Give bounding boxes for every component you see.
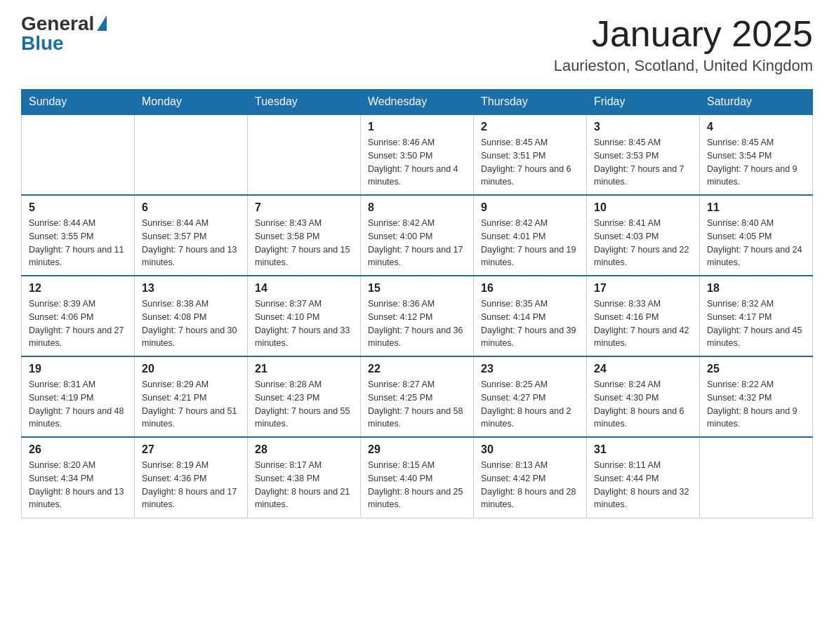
- day-number: 1: [368, 121, 466, 133]
- day-info: Sunrise: 8:41 AM Sunset: 4:03 PM Dayligh…: [594, 217, 692, 269]
- day-number: 14: [255, 282, 353, 295]
- day-number: 19: [29, 363, 127, 375]
- day-number: 7: [255, 201, 353, 214]
- logo-triangle-icon: [97, 15, 107, 31]
- calendar-cell: 8Sunrise: 8:42 AM Sunset: 4:00 PM Daylig…: [361, 195, 474, 276]
- calendar-cell: 24Sunrise: 8:24 AM Sunset: 4:30 PM Dayli…: [587, 356, 700, 437]
- day-number: 8: [368, 201, 466, 214]
- calendar-week-row: 26Sunrise: 8:20 AM Sunset: 4:34 PM Dayli…: [22, 437, 813, 518]
- day-number: 9: [481, 201, 579, 214]
- calendar-week-row: 1Sunrise: 8:46 AM Sunset: 3:50 PM Daylig…: [22, 114, 813, 195]
- day-number: 6: [142, 201, 240, 214]
- location-subtitle: Laurieston, Scotland, United Kingdom: [554, 57, 813, 75]
- day-info: Sunrise: 8:44 AM Sunset: 3:57 PM Dayligh…: [142, 217, 240, 269]
- day-number: 24: [594, 363, 692, 375]
- day-info: Sunrise: 8:27 AM Sunset: 4:25 PM Dayligh…: [368, 378, 466, 431]
- day-info: Sunrise: 8:42 AM Sunset: 4:00 PM Dayligh…: [368, 217, 466, 269]
- day-info: Sunrise: 8:17 AM Sunset: 4:38 PM Dayligh…: [255, 459, 353, 511]
- calendar-cell: 28Sunrise: 8:17 AM Sunset: 4:38 PM Dayli…: [248, 437, 361, 518]
- calendar-cell: [22, 114, 135, 195]
- day-number: 23: [481, 363, 579, 375]
- calendar-cell: 22Sunrise: 8:27 AM Sunset: 4:25 PM Dayli…: [361, 356, 474, 437]
- day-info: Sunrise: 8:32 AM Sunset: 4:17 PM Dayligh…: [707, 297, 805, 350]
- day-of-week-header: Sunday: [22, 90, 135, 115]
- calendar-cell: 31Sunrise: 8:11 AM Sunset: 4:44 PM Dayli…: [587, 437, 700, 518]
- day-info: Sunrise: 8:24 AM Sunset: 4:30 PM Dayligh…: [594, 378, 692, 431]
- day-info: Sunrise: 8:25 AM Sunset: 4:27 PM Dayligh…: [481, 378, 579, 431]
- calendar-cell: [135, 114, 248, 195]
- calendar-cell: 15Sunrise: 8:36 AM Sunset: 4:12 PM Dayli…: [361, 276, 474, 356]
- day-info: Sunrise: 8:20 AM Sunset: 4:34 PM Dayligh…: [29, 459, 127, 511]
- calendar-cell: 26Sunrise: 8:20 AM Sunset: 4:34 PM Dayli…: [22, 437, 135, 518]
- logo-general: General: [21, 14, 94, 34]
- calendar-cell: 18Sunrise: 8:32 AM Sunset: 4:17 PM Dayli…: [700, 276, 813, 356]
- calendar-cell: 2Sunrise: 8:45 AM Sunset: 3:51 PM Daylig…: [474, 114, 587, 195]
- day-of-week-header: Monday: [135, 90, 248, 115]
- calendar-header-row: SundayMondayTuesdayWednesdayThursdayFrid…: [22, 90, 813, 115]
- day-info: Sunrise: 8:45 AM Sunset: 3:54 PM Dayligh…: [707, 136, 805, 189]
- day-info: Sunrise: 8:19 AM Sunset: 4:36 PM Dayligh…: [142, 459, 240, 511]
- day-number: 10: [594, 201, 692, 214]
- day-info: Sunrise: 8:45 AM Sunset: 3:51 PM Dayligh…: [481, 136, 579, 189]
- calendar-cell: 30Sunrise: 8:13 AM Sunset: 4:42 PM Dayli…: [474, 437, 587, 518]
- calendar-cell: 16Sunrise: 8:35 AM Sunset: 4:14 PM Dayli…: [474, 276, 587, 356]
- calendar-cell: 25Sunrise: 8:22 AM Sunset: 4:32 PM Dayli…: [700, 356, 813, 437]
- calendar-cell: 12Sunrise: 8:39 AM Sunset: 4:06 PM Dayli…: [22, 276, 135, 356]
- day-info: Sunrise: 8:43 AM Sunset: 3:58 PM Dayligh…: [255, 217, 353, 269]
- day-number: 30: [481, 443, 579, 456]
- day-info: Sunrise: 8:29 AM Sunset: 4:21 PM Dayligh…: [142, 378, 240, 431]
- calendar-cell: 17Sunrise: 8:33 AM Sunset: 4:16 PM Dayli…: [587, 276, 700, 356]
- day-info: Sunrise: 8:11 AM Sunset: 4:44 PM Dayligh…: [594, 459, 692, 511]
- day-info: Sunrise: 8:44 AM Sunset: 3:55 PM Dayligh…: [29, 217, 127, 269]
- logo-blue: Blue: [21, 34, 64, 53]
- calendar-week-row: 12Sunrise: 8:39 AM Sunset: 4:06 PM Dayli…: [22, 276, 813, 356]
- day-number: 16: [481, 282, 579, 295]
- day-info: Sunrise: 8:37 AM Sunset: 4:10 PM Dayligh…: [255, 297, 353, 350]
- calendar-cell: 7Sunrise: 8:43 AM Sunset: 3:58 PM Daylig…: [248, 195, 361, 276]
- day-of-week-header: Thursday: [474, 90, 587, 115]
- day-info: Sunrise: 8:13 AM Sunset: 4:42 PM Dayligh…: [481, 459, 579, 511]
- day-of-week-header: Saturday: [700, 90, 813, 115]
- day-number: 13: [142, 282, 240, 295]
- day-number: 5: [29, 201, 127, 214]
- day-number: 3: [594, 121, 692, 133]
- day-info: Sunrise: 8:35 AM Sunset: 4:14 PM Dayligh…: [481, 297, 579, 350]
- day-info: Sunrise: 8:36 AM Sunset: 4:12 PM Dayligh…: [368, 297, 466, 350]
- day-info: Sunrise: 8:42 AM Sunset: 4:01 PM Dayligh…: [481, 217, 579, 269]
- calendar-cell: 5Sunrise: 8:44 AM Sunset: 3:55 PM Daylig…: [22, 195, 135, 276]
- day-number: 18: [707, 282, 805, 295]
- logo: General Blue: [21, 14, 107, 53]
- day-info: Sunrise: 8:40 AM Sunset: 4:05 PM Dayligh…: [707, 217, 805, 269]
- day-info: Sunrise: 8:28 AM Sunset: 4:23 PM Dayligh…: [255, 378, 353, 431]
- page-title: January 2025: [554, 14, 813, 54]
- calendar-cell: 9Sunrise: 8:42 AM Sunset: 4:01 PM Daylig…: [474, 195, 587, 276]
- day-of-week-header: Tuesday: [248, 90, 361, 115]
- day-info: Sunrise: 8:39 AM Sunset: 4:06 PM Dayligh…: [29, 297, 127, 350]
- day-number: 22: [368, 363, 466, 375]
- day-number: 11: [707, 201, 805, 214]
- calendar-cell: [700, 437, 813, 518]
- day-number: 26: [29, 443, 127, 456]
- day-number: 29: [368, 443, 466, 456]
- day-number: 31: [594, 443, 692, 456]
- calendar-cell: 13Sunrise: 8:38 AM Sunset: 4:08 PM Dayli…: [135, 276, 248, 356]
- calendar-cell: 4Sunrise: 8:45 AM Sunset: 3:54 PM Daylig…: [700, 114, 813, 195]
- day-info: Sunrise: 8:45 AM Sunset: 3:53 PM Dayligh…: [594, 136, 692, 189]
- day-info: Sunrise: 8:38 AM Sunset: 4:08 PM Dayligh…: [142, 297, 240, 350]
- day-number: 25: [707, 363, 805, 375]
- calendar-cell: [248, 114, 361, 195]
- day-info: Sunrise: 8:33 AM Sunset: 4:16 PM Dayligh…: [594, 297, 692, 350]
- calendar-cell: 3Sunrise: 8:45 AM Sunset: 3:53 PM Daylig…: [587, 114, 700, 195]
- day-number: 27: [142, 443, 240, 456]
- day-info: Sunrise: 8:15 AM Sunset: 4:40 PM Dayligh…: [368, 459, 466, 511]
- calendar-cell: 27Sunrise: 8:19 AM Sunset: 4:36 PM Dayli…: [135, 437, 248, 518]
- calendar-cell: 19Sunrise: 8:31 AM Sunset: 4:19 PM Dayli…: [22, 356, 135, 437]
- calendar-cell: 11Sunrise: 8:40 AM Sunset: 4:05 PM Dayli…: [700, 195, 813, 276]
- calendar-week-row: 5Sunrise: 8:44 AM Sunset: 3:55 PM Daylig…: [22, 195, 813, 276]
- day-of-week-header: Friday: [587, 90, 700, 115]
- calendar-cell: 10Sunrise: 8:41 AM Sunset: 4:03 PM Dayli…: [587, 195, 700, 276]
- page-header: General Blue January 2025 Laurieston, Sc…: [21, 14, 813, 75]
- title-block: January 2025 Laurieston, Scotland, Unite…: [554, 14, 813, 75]
- calendar-cell: 23Sunrise: 8:25 AM Sunset: 4:27 PM Dayli…: [474, 356, 587, 437]
- day-info: Sunrise: 8:46 AM Sunset: 3:50 PM Dayligh…: [368, 136, 466, 189]
